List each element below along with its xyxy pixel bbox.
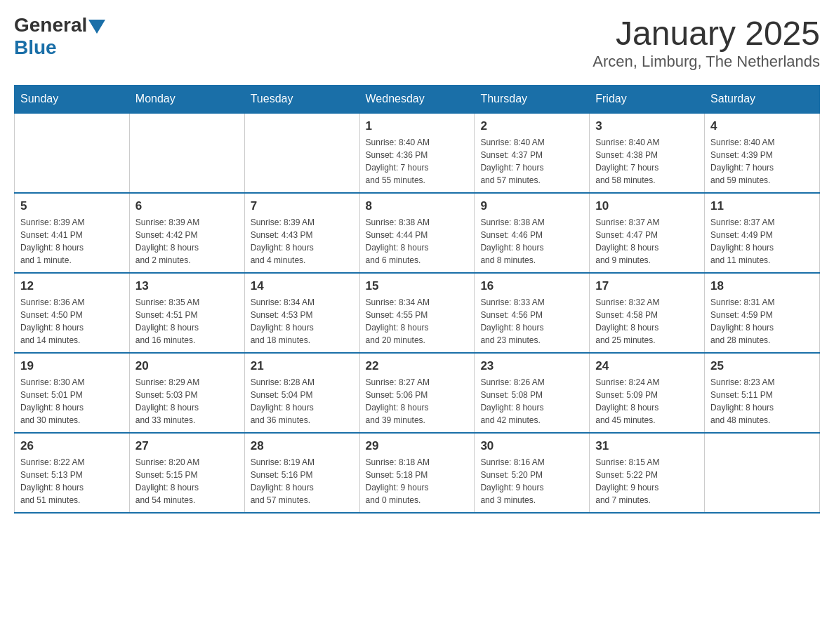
calendar-cell: 31Sunrise: 8:15 AMSunset: 5:22 PMDayligh… [590,433,705,513]
day-info: Sunrise: 8:24 AMSunset: 5:09 PMDaylight:… [595,376,699,427]
day-number: 27 [135,439,239,453]
day-info: Sunrise: 8:37 AMSunset: 4:47 PMDaylight:… [595,216,699,267]
calendar-header-tuesday: Tuesday [244,86,359,114]
calendar-week-row: 5Sunrise: 8:39 AMSunset: 4:41 PMDaylight… [15,193,820,273]
calendar-cell: 16Sunrise: 8:33 AMSunset: 4:56 PMDayligh… [475,273,590,353]
calendar-cell [129,113,244,193]
calendar-cell: 7Sunrise: 8:39 AMSunset: 4:43 PMDaylight… [244,193,359,273]
day-number: 7 [251,199,354,213]
logo-content: General Blue [14,14,105,59]
day-info: Sunrise: 8:37 AMSunset: 4:49 PMDaylight:… [710,216,814,267]
day-number: 4 [710,119,814,133]
day-number: 30 [480,439,583,453]
calendar-cell: 27Sunrise: 8:20 AMSunset: 5:15 PMDayligh… [129,433,244,513]
day-info: Sunrise: 8:32 AMSunset: 4:58 PMDaylight:… [595,296,699,347]
calendar-header-sunday: Sunday [15,86,130,114]
day-info: Sunrise: 8:34 AMSunset: 4:53 PMDaylight:… [251,296,354,347]
calendar-cell: 10Sunrise: 8:37 AMSunset: 4:47 PMDayligh… [590,193,705,273]
calendar-cell: 15Sunrise: 8:34 AMSunset: 4:55 PMDayligh… [359,273,475,353]
day-info: Sunrise: 8:23 AMSunset: 5:11 PMDaylight:… [710,376,814,427]
logo-blue: Blue [14,36,57,58]
calendar-cell: 9Sunrise: 8:38 AMSunset: 4:46 PMDaylight… [475,193,590,273]
day-info: Sunrise: 8:35 AMSunset: 4:51 PMDaylight:… [135,296,239,347]
day-info: Sunrise: 8:40 AMSunset: 4:37 PMDaylight:… [480,136,583,187]
day-info: Sunrise: 8:29 AMSunset: 5:03 PMDaylight:… [135,376,239,427]
day-number: 14 [251,279,354,293]
day-number: 29 [366,439,469,453]
day-number: 15 [366,279,469,293]
calendar-week-row: 26Sunrise: 8:22 AMSunset: 5:13 PMDayligh… [15,433,820,513]
day-number: 21 [251,359,354,373]
day-info: Sunrise: 8:22 AMSunset: 5:13 PMDaylight:… [20,456,124,507]
day-info: Sunrise: 8:39 AMSunset: 4:41 PMDaylight:… [20,216,124,267]
day-info: Sunrise: 8:39 AMSunset: 4:42 PMDaylight:… [135,216,239,267]
calendar-header-row: SundayMondayTuesdayWednesdayThursdayFrid… [15,86,820,114]
calendar-header-thursday: Thursday [475,86,590,114]
day-info: Sunrise: 8:16 AMSunset: 5:20 PMDaylight:… [480,456,583,507]
calendar-week-row: 12Sunrise: 8:36 AMSunset: 4:50 PMDayligh… [15,273,820,353]
calendar-cell: 11Sunrise: 8:37 AMSunset: 4:49 PMDayligh… [705,193,820,273]
day-info: Sunrise: 8:31 AMSunset: 4:59 PMDaylight:… [710,296,814,347]
day-info: Sunrise: 8:20 AMSunset: 5:15 PMDaylight:… [135,456,239,507]
day-info: Sunrise: 8:38 AMSunset: 4:46 PMDaylight:… [480,216,583,267]
calendar-cell: 5Sunrise: 8:39 AMSunset: 4:41 PMDaylight… [15,193,130,273]
day-info: Sunrise: 8:40 AMSunset: 4:39 PMDaylight:… [710,136,814,187]
calendar-header-wednesday: Wednesday [359,86,475,114]
day-number: 12 [20,279,124,293]
month-title: January 2025 [593,14,820,53]
calendar-cell: 25Sunrise: 8:23 AMSunset: 5:11 PMDayligh… [705,353,820,433]
day-number: 24 [595,359,699,373]
day-number: 25 [710,359,814,373]
calendar-cell: 20Sunrise: 8:29 AMSunset: 5:03 PMDayligh… [129,353,244,433]
calendar-cell [705,433,820,513]
calendar-week-row: 1Sunrise: 8:40 AMSunset: 4:36 PMDaylight… [15,113,820,193]
calendar-cell: 30Sunrise: 8:16 AMSunset: 5:20 PMDayligh… [475,433,590,513]
day-info: Sunrise: 8:18 AMSunset: 5:18 PMDaylight:… [366,456,469,507]
calendar-cell: 6Sunrise: 8:39 AMSunset: 4:42 PMDaylight… [129,193,244,273]
calendar-cell: 8Sunrise: 8:38 AMSunset: 4:44 PMDaylight… [359,193,475,273]
calendar-cell: 13Sunrise: 8:35 AMSunset: 4:51 PMDayligh… [129,273,244,353]
calendar-cell: 12Sunrise: 8:36 AMSunset: 4:50 PMDayligh… [15,273,130,353]
calendar-cell: 24Sunrise: 8:24 AMSunset: 5:09 PMDayligh… [590,353,705,433]
day-info: Sunrise: 8:15 AMSunset: 5:22 PMDaylight:… [595,456,699,507]
day-info: Sunrise: 8:40 AMSunset: 4:36 PMDaylight:… [366,136,469,187]
day-info: Sunrise: 8:30 AMSunset: 5:01 PMDaylight:… [20,376,124,427]
day-number: 16 [480,279,583,293]
day-info: Sunrise: 8:28 AMSunset: 5:04 PMDaylight:… [251,376,354,427]
location-title: Arcen, Limburg, The Netherlands [593,53,820,71]
day-number: 31 [595,439,699,453]
day-info: Sunrise: 8:38 AMSunset: 4:44 PMDaylight:… [366,216,469,267]
day-number: 26 [20,439,124,453]
day-number: 19 [20,359,124,373]
day-number: 11 [710,199,814,213]
calendar-cell: 17Sunrise: 8:32 AMSunset: 4:58 PMDayligh… [590,273,705,353]
day-number: 6 [135,199,239,213]
day-number: 22 [366,359,469,373]
day-number: 20 [135,359,239,373]
calendar-cell: 26Sunrise: 8:22 AMSunset: 5:13 PMDayligh… [15,433,130,513]
calendar-header-saturday: Saturday [705,86,820,114]
day-number: 5 [20,199,124,213]
calendar-cell [15,113,130,193]
logo-general: General [14,14,87,36]
logo-triangle-icon [88,20,105,34]
day-number: 18 [710,279,814,293]
calendar-cell: 21Sunrise: 8:28 AMSunset: 5:04 PMDayligh… [244,353,359,433]
calendar-cell: 22Sunrise: 8:27 AMSunset: 5:06 PMDayligh… [359,353,475,433]
calendar-cell: 29Sunrise: 8:18 AMSunset: 5:18 PMDayligh… [359,433,475,513]
calendar-cell: 28Sunrise: 8:19 AMSunset: 5:16 PMDayligh… [244,433,359,513]
day-number: 17 [595,279,699,293]
day-info: Sunrise: 8:40 AMSunset: 4:38 PMDaylight:… [595,136,699,187]
calendar-cell: 4Sunrise: 8:40 AMSunset: 4:39 PMDaylight… [705,113,820,193]
calendar-cell: 14Sunrise: 8:34 AMSunset: 4:53 PMDayligh… [244,273,359,353]
calendar-cell: 2Sunrise: 8:40 AMSunset: 4:37 PMDaylight… [475,113,590,193]
logo: General Blue [14,14,105,59]
day-number: 9 [480,199,583,213]
calendar-table: SundayMondayTuesdayWednesdayThursdayFrid… [14,85,820,514]
day-number: 10 [595,199,699,213]
page-header: General Blue January 2025 Arcen, Limburg… [14,14,820,71]
day-info: Sunrise: 8:26 AMSunset: 5:08 PMDaylight:… [480,376,583,427]
calendar-cell: 3Sunrise: 8:40 AMSunset: 4:38 PMDaylight… [590,113,705,193]
day-number: 23 [480,359,583,373]
day-number: 3 [595,119,699,133]
